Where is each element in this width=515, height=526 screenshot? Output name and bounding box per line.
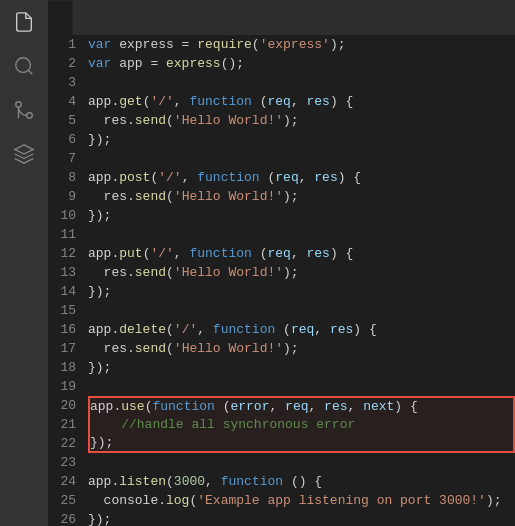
search-icon[interactable] <box>10 52 38 80</box>
token-plain: res. <box>88 339 135 358</box>
token-punc: ( <box>252 92 268 111</box>
token-plain: app. <box>88 244 119 263</box>
token-punc: , <box>291 92 307 111</box>
code-editor: 1234567891011121314151617181920212223242… <box>48 35 515 526</box>
token-punc: , <box>182 168 198 187</box>
line-number: 24 <box>48 472 76 491</box>
source-control-icon[interactable] <box>10 96 38 124</box>
token-punc: }); <box>88 282 111 301</box>
extensions-icon[interactable] <box>10 140 38 168</box>
code-line: app.post('/', function (req, res) { <box>88 168 515 187</box>
code-line: res.send('Hello World!'); <box>88 263 515 282</box>
token-punc: ( <box>166 320 174 339</box>
token-fn: express <box>166 54 221 73</box>
tab-bar <box>48 0 515 35</box>
token-punc: ( <box>145 397 153 416</box>
code-line: }); <box>88 434 515 453</box>
token-str: '/' <box>174 320 197 339</box>
code-content[interactable]: var express = require('express');var app… <box>84 35 515 526</box>
code-line: }); <box>88 130 515 149</box>
token-str: 'Hello World!' <box>174 263 283 282</box>
token-num: 3000 <box>174 472 205 491</box>
token-kw: function <box>197 168 259 187</box>
line-number: 1 <box>48 35 76 54</box>
line-number: 11 <box>48 225 76 244</box>
line-number: 18 <box>48 358 76 377</box>
token-param: req <box>291 320 314 339</box>
token-punc: ); <box>283 339 299 358</box>
code-line <box>88 73 515 92</box>
token-fn: put <box>119 244 142 263</box>
token-punc: ); <box>283 263 299 282</box>
token-plain: app. <box>88 168 119 187</box>
token-plain: app. <box>88 320 119 339</box>
code-line: var express = require('express'); <box>88 35 515 54</box>
token-param: req <box>285 397 308 416</box>
token-fn: post <box>119 168 150 187</box>
token-plain: res. <box>88 263 135 282</box>
code-line: app.get('/', function (req, res) { <box>88 92 515 111</box>
code-line: app.delete('/', function (req, res) { <box>88 320 515 339</box>
line-number: 17 <box>48 339 76 358</box>
token-punc: ( <box>166 263 174 282</box>
token-str: 'Hello World!' <box>174 339 283 358</box>
token-punc: ( <box>252 244 268 263</box>
token-punc: ); <box>283 111 299 130</box>
code-line <box>88 453 515 472</box>
token-fn: send <box>135 187 166 206</box>
token-kw: function <box>152 397 214 416</box>
token-kw: function <box>189 92 251 111</box>
line-number: 25 <box>48 491 76 510</box>
token-plain: app = <box>111 54 166 73</box>
token-punc: ) { <box>338 168 361 187</box>
token-fn: send <box>135 263 166 282</box>
token-fn: log <box>166 491 189 510</box>
line-number: 15 <box>48 301 76 320</box>
token-punc: }); <box>88 130 111 149</box>
line-number: 22 <box>48 434 76 453</box>
token-punc: ( <box>166 111 174 130</box>
token-param: res <box>307 92 330 111</box>
token-punc: , <box>174 244 190 263</box>
token-punc: ( <box>275 320 291 339</box>
token-fn: send <box>135 111 166 130</box>
line-number: 4 <box>48 92 76 111</box>
token-punc: ( <box>215 397 231 416</box>
token-param: res <box>307 244 330 263</box>
token-punc: ); <box>486 491 502 510</box>
token-plain <box>90 415 121 434</box>
token-punc: () { <box>283 472 322 491</box>
code-line <box>88 377 515 396</box>
token-kw: var <box>88 54 111 73</box>
token-plain: app. <box>88 472 119 491</box>
token-punc: , <box>205 472 221 491</box>
token-punc: ( <box>260 168 276 187</box>
token-punc: }); <box>88 510 111 526</box>
token-punc: , <box>299 168 315 187</box>
line-number: 5 <box>48 111 76 130</box>
line-number: 9 <box>48 187 76 206</box>
token-punc: (); <box>221 54 244 73</box>
code-line: app.use(function (error, req, res, next)… <box>88 396 515 415</box>
token-plain: console. <box>88 491 166 510</box>
token-param: res <box>314 168 337 187</box>
code-line: //handle all synchronous error <box>88 415 515 434</box>
token-fn: require <box>197 35 252 54</box>
token-punc: , <box>309 397 325 416</box>
files-icon[interactable] <box>10 8 38 36</box>
token-punc: }); <box>88 358 111 377</box>
token-fn: send <box>135 339 166 358</box>
token-plain: res. <box>88 187 135 206</box>
token-str: 'Hello World!' <box>174 187 283 206</box>
file-tab[interactable] <box>48 0 73 35</box>
token-fn: delete <box>119 320 166 339</box>
token-punc: }); <box>90 433 113 452</box>
line-number: 23 <box>48 453 76 472</box>
token-punc: , <box>269 397 285 416</box>
token-plain: res. <box>88 111 135 130</box>
token-str: '/' <box>150 244 173 263</box>
token-punc: ( <box>166 339 174 358</box>
token-comment: //handle all synchronous error <box>121 415 355 434</box>
line-number: 19 <box>48 377 76 396</box>
line-number: 7 <box>48 149 76 168</box>
